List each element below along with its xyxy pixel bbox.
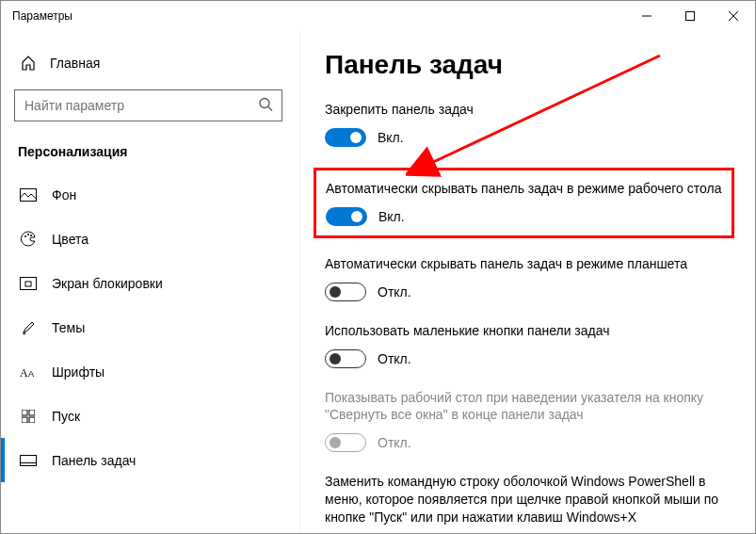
setting-autohide-desktop: Автоматически скрывать панель задач в ре…	[326, 180, 722, 226]
sidebar-item-background[interactable]: Фон	[1, 172, 299, 217]
sidebar-item-label: Темы	[52, 320, 85, 335]
sidebar-item-colors[interactable]: Цвета	[1, 217, 299, 261]
sidebar-item-label: Пуск	[52, 409, 80, 424]
setting-lock-taskbar: Закрепить панель задач Вкл.	[325, 101, 734, 147]
toggle-state: Откл.	[378, 435, 411, 450]
setting-peek-desktop: Показывать рабочий стол при наведении ук…	[325, 389, 734, 453]
svg-point-7	[24, 235, 26, 237]
svg-point-9	[30, 235, 32, 236]
search-input[interactable]	[14, 89, 282, 121]
toggle-peek-desktop	[325, 433, 366, 452]
setting-powershell: Заменить командную строку оболочкой Wind…	[325, 473, 734, 533]
sidebar-item-start[interactable]: Пуск	[1, 394, 299, 438]
close-icon	[729, 11, 738, 21]
home-label: Главная	[50, 56, 100, 71]
picture-icon	[20, 188, 37, 202]
toggle-state: Откл.	[378, 284, 411, 299]
sidebar-item-lockscreen[interactable]: Экран блокировки	[1, 261, 299, 305]
toggle-small-buttons[interactable]	[325, 349, 366, 368]
lockscreen-icon	[20, 277, 37, 290]
maximize-button[interactable]	[668, 1, 712, 31]
setting-autohide-tablet: Автоматически скрывать панель задач в ре…	[325, 255, 734, 301]
toggle-autohide-tablet[interactable]	[325, 283, 366, 301]
search-box[interactable]	[14, 89, 282, 121]
sidebar-item-label: Экран блокировки	[52, 276, 163, 291]
taskbar-icon	[20, 455, 37, 466]
setting-label: Автоматически скрывать панель задач в ре…	[325, 255, 734, 273]
svg-line-5	[268, 107, 272, 111]
setting-label: Показывать рабочий стол при наведении ук…	[325, 389, 734, 425]
svg-rect-17	[29, 417, 35, 423]
main-panel: Панель задач Закрепить панель задач Вкл.…	[300, 31, 755, 533]
sidebar-item-label: Шрифты	[52, 364, 105, 380]
category-title: Персонализация	[1, 129, 299, 172]
highlighted-setting: Автоматически скрывать панель задач в ре…	[314, 168, 734, 238]
home-nav[interactable]: Главная	[1, 48, 299, 78]
setting-label: Использовать маленькие кнопки панели зад…	[325, 322, 734, 340]
svg-text:A: A	[28, 369, 34, 379]
setting-small-buttons: Использовать маленькие кнопки панели зад…	[325, 322, 734, 368]
sidebar: Главная Персонализация Фон Цве	[1, 31, 300, 533]
svg-rect-15	[29, 410, 35, 415]
svg-rect-14	[22, 410, 27, 415]
svg-rect-16	[22, 417, 27, 423]
toggle-state: Вкл.	[378, 209, 405, 224]
window-title: Параметры	[12, 9, 72, 23]
svg-point-4	[260, 99, 269, 108]
svg-rect-10	[21, 277, 37, 289]
setting-label: Автоматически скрывать панель задач в ре…	[326, 180, 722, 198]
minimize-button[interactable]	[625, 1, 668, 31]
titlebar: Параметры	[1, 1, 755, 31]
sidebar-item-label: Цвета	[52, 232, 88, 247]
svg-text:A: A	[20, 366, 28, 379]
close-button[interactable]	[712, 1, 755, 31]
sidebar-item-fonts[interactable]: AA Шрифты	[1, 349, 299, 394]
maximize-icon	[685, 11, 695, 21]
svg-rect-18	[21, 455, 37, 465]
toggle-autohide-desktop[interactable]	[326, 207, 367, 226]
svg-rect-11	[25, 282, 31, 286]
toggle-lock-taskbar[interactable]	[325, 128, 366, 147]
sidebar-item-taskbar[interactable]: Панель задач	[1, 438, 299, 482]
palette-icon	[20, 231, 37, 247]
brush-icon	[20, 320, 37, 335]
setting-label: Заменить командную строку оболочкой Wind…	[325, 473, 734, 526]
font-icon: AA	[20, 365, 37, 379]
sidebar-item-label: Фон	[52, 187, 76, 202]
sidebar-item-label: Панель задач	[52, 453, 136, 468]
toggle-state: Вкл.	[378, 130, 404, 145]
setting-label: Закрепить панель задач	[325, 101, 734, 119]
start-icon	[20, 410, 37, 423]
minimize-icon	[642, 11, 651, 21]
home-icon	[20, 56, 37, 71]
toggle-state: Откл.	[378, 351, 411, 366]
sidebar-item-themes[interactable]: Темы	[1, 305, 299, 349]
svg-rect-1	[686, 12, 695, 21]
search-icon	[258, 97, 273, 115]
svg-point-8	[27, 234, 29, 235]
page-title: Панель задач	[325, 50, 734, 80]
